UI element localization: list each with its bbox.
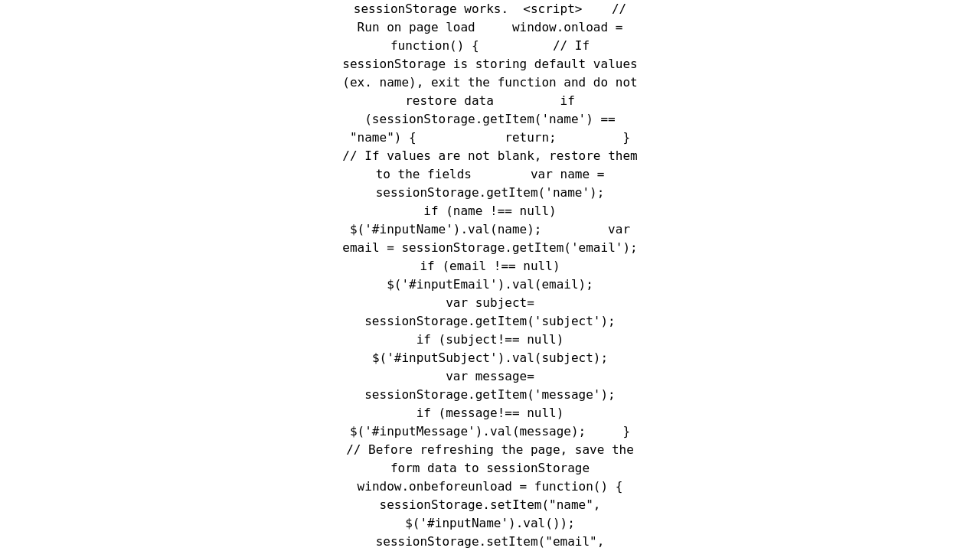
- code-container: sessionStorage works. <script> // Run on…: [0, 0, 980, 551]
- code-block: sessionStorage works. <script> // Run on…: [0, 0, 980, 551]
